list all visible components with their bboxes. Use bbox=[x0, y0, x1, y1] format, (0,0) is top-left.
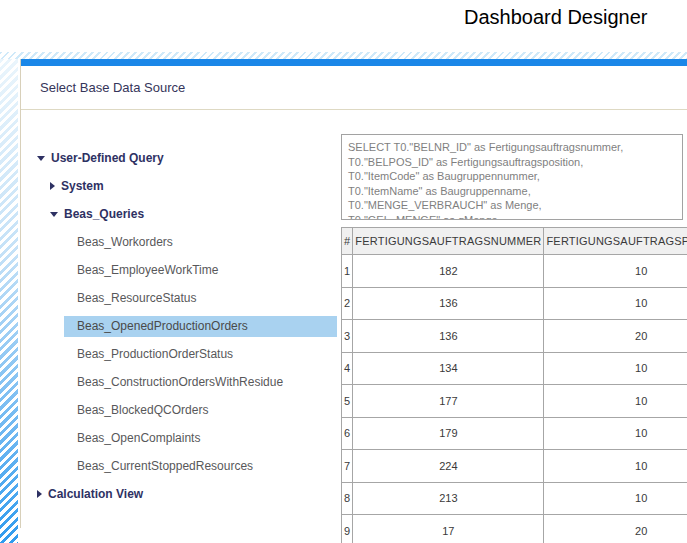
tree-item-beas-currentstoppedresources[interactable]: Beas_CurrentStoppedResources bbox=[37, 452, 337, 480]
tree-item-label: Beas_CurrentStoppedResources bbox=[64, 456, 337, 477]
tree-item-label: Beas_BlockedQCOrders bbox=[64, 400, 337, 421]
tree-item-label: Calculation View bbox=[48, 487, 143, 501]
tree-item-label: Beas_Queries bbox=[64, 207, 144, 221]
query-preview-table: #FERTIGUNGSAUFTRAGSNUMMERFERTIGUNGSAUFTR… bbox=[341, 227, 687, 543]
tree-item-label: Beas_ConstructionOrdersWithResidue bbox=[64, 372, 337, 393]
value-cell: 179 bbox=[353, 417, 544, 450]
tree-item-beas-constructionorderswithresidue[interactable]: Beas_ConstructionOrdersWithResidue bbox=[37, 368, 337, 396]
tree-item-beas-opencomplaints[interactable]: Beas_OpenComplaints bbox=[37, 424, 337, 452]
tree-item-label: System bbox=[61, 179, 104, 193]
row-number-cell: 7 bbox=[342, 450, 353, 483]
row-number-cell: 1 bbox=[342, 255, 353, 288]
table-row: 722410 bbox=[342, 450, 687, 483]
row-number-cell: 9 bbox=[342, 515, 353, 543]
value-cell: 10 bbox=[544, 482, 687, 515]
table-row: 413410 bbox=[342, 352, 687, 385]
tree-item-label: Beas_OpenComplaints bbox=[64, 428, 337, 449]
table-header-row: #FERTIGUNGSAUFTRAGSNUMMERFERTIGUNGSAUFTR… bbox=[342, 228, 687, 255]
tree-item-beas-openedproductionorders[interactable]: Beas_OpenedProductionOrders bbox=[37, 312, 337, 340]
row-number-cell: 2 bbox=[342, 287, 353, 320]
value-cell: 136 bbox=[353, 287, 544, 320]
tree-item-beas-employeeworktime[interactable]: Beas_EmployeeWorkTime bbox=[37, 256, 337, 284]
caret-down-icon[interactable] bbox=[50, 212, 58, 217]
value-cell: 20 bbox=[544, 515, 687, 543]
tree-item-system[interactable]: System bbox=[50, 172, 337, 200]
column-header: # bbox=[342, 228, 353, 255]
value-cell: 10 bbox=[544, 352, 687, 385]
table-row: 517710 bbox=[342, 385, 687, 418]
row-number-cell: 8 bbox=[342, 482, 353, 515]
panel-accent-bar bbox=[21, 59, 687, 66]
value-cell: 20 bbox=[544, 320, 687, 353]
tree-item-beas-queries[interactable]: Beas_Queries bbox=[50, 200, 337, 228]
tree-item-label: Beas_Workorders bbox=[64, 232, 337, 253]
value-cell: 136 bbox=[353, 320, 544, 353]
tree-item-label: Beas_EmployeeWorkTime bbox=[64, 260, 337, 281]
table-row: 91720 bbox=[342, 515, 687, 543]
tree-item-calculation-view[interactable]: Calculation View bbox=[37, 480, 337, 508]
table-row: 821310 bbox=[342, 482, 687, 515]
table-row: 213610 bbox=[342, 287, 687, 320]
tree-item-beas-resourcestatus[interactable]: Beas_ResourceStatus bbox=[37, 284, 337, 312]
value-cell: 10 bbox=[544, 450, 687, 483]
caret-right-icon[interactable] bbox=[50, 182, 55, 190]
row-number-cell: 5 bbox=[342, 385, 353, 418]
value-cell: 224 bbox=[353, 450, 544, 483]
value-cell: 17 bbox=[353, 515, 544, 543]
tree-item-label: Beas_ProductionOrderStatus bbox=[64, 344, 337, 365]
column-header: FERTIGUNGSAUFTRAGSPOSITION bbox=[544, 228, 687, 255]
value-cell: 10 bbox=[544, 385, 687, 418]
value-cell: 213 bbox=[353, 482, 544, 515]
panel-left-border bbox=[20, 59, 21, 528]
tree-item-label: Beas_ResourceStatus bbox=[64, 288, 337, 309]
row-number-cell: 3 bbox=[342, 320, 353, 353]
table-row: 617910 bbox=[342, 417, 687, 450]
column-header: FERTIGUNGSAUFTRAGSNUMMER bbox=[353, 228, 544, 255]
page-title: Dashboard Designer bbox=[464, 6, 647, 29]
data-source-tree: User-Defined QuerySystemBeas_QueriesBeas… bbox=[37, 144, 337, 508]
table-row: 118210 bbox=[342, 255, 687, 288]
tree-item-beas-productionorderstatus[interactable]: Beas_ProductionOrderStatus bbox=[37, 340, 337, 368]
value-cell: 182 bbox=[353, 255, 544, 288]
tree-item-beas-workorders[interactable]: Beas_Workorders bbox=[37, 228, 337, 256]
value-cell: 10 bbox=[544, 287, 687, 320]
tree-item-label: User-Defined Query bbox=[51, 151, 164, 165]
value-cell: 10 bbox=[544, 255, 687, 288]
caret-right-icon[interactable] bbox=[37, 490, 42, 498]
heading-divider bbox=[21, 109, 687, 110]
table-row: 313620 bbox=[342, 320, 687, 353]
row-number-cell: 6 bbox=[342, 417, 353, 450]
caret-down-icon[interactable] bbox=[37, 156, 45, 161]
dashboard-designer-page: { "page": { "title": "Dashboard Designer… bbox=[0, 0, 687, 543]
row-number-cell: 4 bbox=[342, 352, 353, 385]
tree-item-beas-blockedqcorders[interactable]: Beas_BlockedQCOrders bbox=[37, 396, 337, 424]
value-cell: 10 bbox=[544, 417, 687, 450]
value-cell: 177 bbox=[353, 385, 544, 418]
tree-item-label: Beas_OpenedProductionOrders bbox=[64, 316, 337, 337]
value-cell: 134 bbox=[353, 352, 544, 385]
tree-item-user-defined-query[interactable]: User-Defined Query bbox=[37, 144, 337, 172]
panel-heading: Select Base Data Source bbox=[40, 80, 185, 95]
sql-query-input[interactable]: SELECT T0."BELNR_ID" as Fertigungsauftra… bbox=[341, 134, 683, 220]
decorative-left-stripe bbox=[0, 59, 18, 543]
